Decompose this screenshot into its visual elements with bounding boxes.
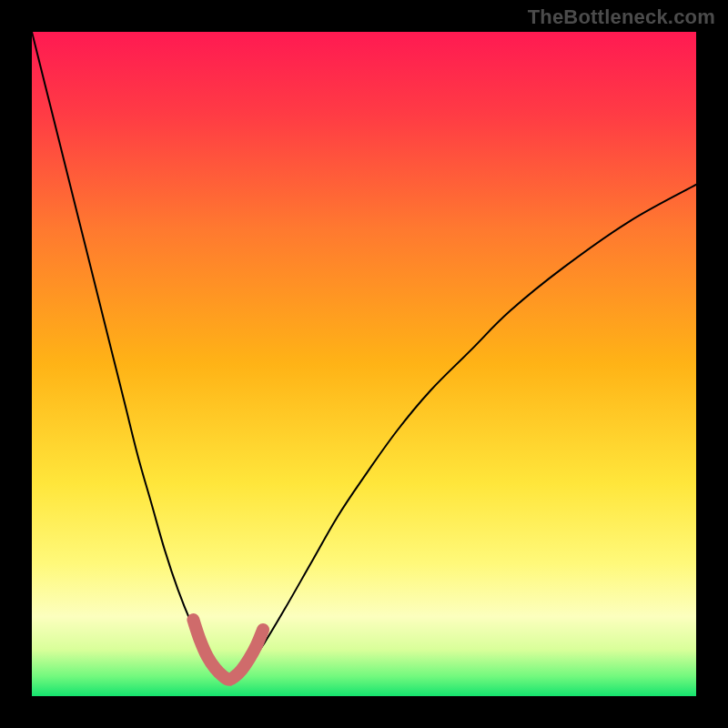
- gradient-background: [32, 32, 696, 696]
- plot-area: [32, 32, 696, 696]
- chart-frame: TheBottleneck.com: [0, 0, 728, 728]
- chart-canvas: [32, 32, 696, 696]
- watermark-text: TheBottleneck.com: [528, 5, 715, 29]
